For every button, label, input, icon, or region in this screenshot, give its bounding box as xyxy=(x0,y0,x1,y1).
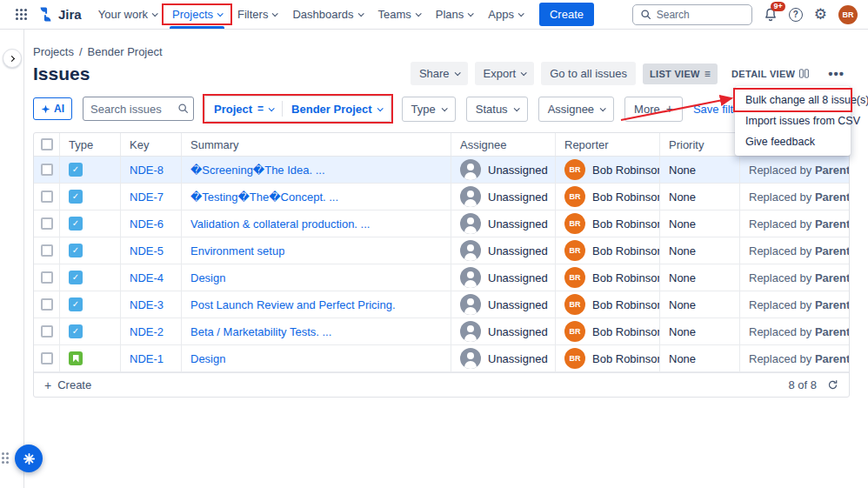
menu-item-import-csv[interactable]: Import issues from CSV xyxy=(735,110,851,131)
search-issues-field[interactable] xyxy=(83,97,194,121)
replaced-by-parent-text: Replaced by Parent field xyxy=(749,191,849,204)
list-view-toggle[interactable]: LIST VIEW≡ xyxy=(643,64,718,84)
project-filter-label: Project xyxy=(214,103,252,116)
table-row[interactable]: NDE-4 Design Unassigned BRBob Robinson N… xyxy=(34,264,849,291)
global-search[interactable] xyxy=(632,4,752,25)
more-filters-button[interactable]: More+ xyxy=(624,97,683,122)
export-button[interactable]: Export xyxy=(475,62,535,85)
global-search-input[interactable] xyxy=(657,9,744,21)
issue-key-link[interactable]: NDE-2 xyxy=(130,325,164,338)
app-switcher-button[interactable] xyxy=(10,0,32,29)
drag-handle[interactable] xyxy=(2,452,10,465)
issue-summary-link[interactable]: Design xyxy=(190,271,225,284)
column-header-summary[interactable]: Summary xyxy=(182,133,451,156)
assignee-filter-dropdown[interactable]: Assignee xyxy=(538,97,614,122)
row-checkbox[interactable] xyxy=(41,164,53,176)
column-header-key[interactable]: Key xyxy=(121,133,182,156)
column-header-assignee[interactable]: Assignee xyxy=(451,133,556,156)
settings-button[interactable]: ⚙ xyxy=(814,7,827,22)
priority-value: None xyxy=(669,352,696,365)
menu-item-give-feedback[interactable]: Give feedback xyxy=(735,131,851,152)
issue-summary-link[interactable]: �Screening�The Idea. ... xyxy=(190,164,325,177)
detail-view-toggle[interactable]: DETAIL VIEW xyxy=(724,64,816,84)
issue-summary-link[interactable]: Post Launch Review and Perfect Pricing. xyxy=(190,298,396,311)
issue-summary-link[interactable]: Validation & collateral production. ... xyxy=(190,217,370,231)
menu-item-bulk-change[interactable]: Bulk change all 8 issue(s) xyxy=(735,90,851,110)
issue-key-link[interactable]: NDE-1 xyxy=(130,352,164,365)
breadcrumb-projects-link[interactable]: Projects xyxy=(33,45,74,58)
row-checkbox[interactable] xyxy=(41,325,53,338)
row-checkbox[interactable] xyxy=(41,191,53,203)
sparkle-asterisk-icon xyxy=(23,452,36,465)
ai-button[interactable]: AI xyxy=(33,97,72,120)
reporter-avatar: BR xyxy=(564,321,585,342)
help-button[interactable]: ? xyxy=(789,8,803,22)
list-icon: ≡ xyxy=(704,69,711,79)
issue-key-link[interactable]: NDE-3 xyxy=(130,298,164,311)
assignee-value: Unassigned xyxy=(488,325,548,338)
nav-plans[interactable]: Plans xyxy=(428,0,481,29)
replaced-prefix: Replaced by xyxy=(749,298,815,311)
issue-key-link[interactable]: NDE-4 xyxy=(130,271,164,284)
column-header-type[interactable]: Type xyxy=(60,133,121,156)
nav-filters[interactable]: Filters xyxy=(230,0,284,29)
nav-label: Plans xyxy=(436,8,464,21)
column-header-reporter[interactable]: Reporter xyxy=(556,133,660,156)
search-icon xyxy=(640,9,651,20)
issue-key-link[interactable]: NDE-6 xyxy=(130,217,164,231)
notifications-button[interactable]: 9+ xyxy=(764,8,778,22)
table-row[interactable]: NDE-8 �Screening�The Idea. ... Unassigne… xyxy=(34,157,849,184)
table-row[interactable]: NDE-1 Design Unassigned BRBob Robinson N… xyxy=(34,345,849,372)
replaced-prefix: Replaced by xyxy=(749,352,815,365)
table-row[interactable]: NDE-2 Beta / Marketability Tests. ... Un… xyxy=(34,318,849,345)
reporter-value: Bob Robinson xyxy=(592,191,660,204)
issue-summary-link[interactable]: Environment setup xyxy=(190,244,284,257)
user-avatar[interactable]: BR xyxy=(838,5,858,24)
chevron-down-icon xyxy=(269,105,275,111)
row-checkbox[interactable] xyxy=(41,217,53,230)
table-row[interactable]: NDE-5 Environment setup Unassigned BRBob… xyxy=(34,237,849,264)
create-issue-button[interactable]: +Create xyxy=(44,378,91,391)
jira-logo-icon xyxy=(37,6,54,23)
nav-your-work[interactable]: Your work xyxy=(90,0,164,29)
task-type-icon xyxy=(69,297,83,311)
row-checkbox[interactable] xyxy=(41,352,53,364)
refresh-button[interactable] xyxy=(827,379,838,391)
expand-sidebar-button[interactable] xyxy=(3,49,22,68)
create-button[interactable]: Create xyxy=(539,3,594,26)
breadcrumb-project-link[interactable]: Bender Project xyxy=(88,45,163,58)
issue-key-link[interactable]: NDE-5 xyxy=(130,244,164,257)
replaced-prefix: Replaced by xyxy=(749,191,815,204)
issue-summary-link[interactable]: �Testing�The�Concept. ... xyxy=(190,191,338,204)
row-checkbox[interactable] xyxy=(41,298,53,311)
table-row[interactable]: NDE-6 Validation & collateral production… xyxy=(34,211,849,237)
jira-logo[interactable]: Jira xyxy=(34,0,89,29)
nav-dashboards[interactable]: Dashboards xyxy=(284,0,370,29)
nav-apps[interactable]: Apps xyxy=(480,0,531,29)
issue-summary-link[interactable]: Design xyxy=(190,352,225,365)
notification-badge: 9+ xyxy=(771,2,785,12)
create-issue-label: Create xyxy=(57,378,91,391)
atlassian-assist-button[interactable] xyxy=(15,445,43,472)
type-filter-dropdown[interactable]: Type xyxy=(402,97,456,122)
table-row[interactable]: NDE-3 Post Launch Review and Perfect Pri… xyxy=(34,291,849,318)
status-filter-dropdown[interactable]: Status xyxy=(466,97,528,122)
go-to-all-issues-button[interactable]: Go to all issues xyxy=(541,62,636,85)
assignee-value: Unassigned xyxy=(488,298,548,311)
more-actions-button[interactable]: ••• xyxy=(823,63,850,84)
row-checkbox[interactable] xyxy=(41,271,53,284)
project-filter-field[interactable]: Project = xyxy=(205,97,282,121)
search-icon xyxy=(177,103,189,114)
column-header-priority[interactable]: Priority xyxy=(660,133,740,156)
project-filter-value[interactable]: Bender Project xyxy=(283,97,390,121)
issue-summary-link[interactable]: Beta / Marketability Tests. ... xyxy=(190,325,331,338)
replaced-by-parent-text: Replaced by Parent field xyxy=(749,164,849,177)
share-button[interactable]: Share xyxy=(411,62,468,85)
issue-key-link[interactable]: NDE-7 xyxy=(130,191,164,204)
row-checkbox[interactable] xyxy=(41,244,53,257)
nav-teams[interactable]: Teams xyxy=(371,0,428,29)
table-row[interactable]: NDE-7 �Testing�The�Concept. ... Unassign… xyxy=(34,184,849,211)
nav-projects[interactable]: Projects xyxy=(164,0,230,29)
issue-key-link[interactable]: NDE-8 xyxy=(130,164,164,177)
select-all-checkbox[interactable] xyxy=(41,138,53,150)
